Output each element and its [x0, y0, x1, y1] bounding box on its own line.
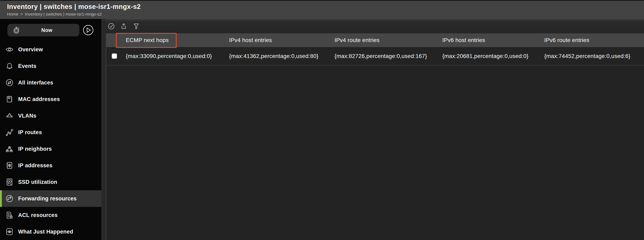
sidebar-item-acl-resources[interactable]: ACL resources [0, 207, 101, 223]
time-range-now-button[interactable]: Now [8, 24, 79, 36]
content-area: ECMP next hops IPv4 host entries IPv4 ro… [106, 19, 644, 240]
forward-circle-icon [6, 194, 14, 203]
select-cell [106, 53, 126, 59]
sidebar-item-label: Forwarding resources [18, 195, 77, 202]
time-range-label: Now [20, 27, 73, 33]
sidebar-item-label: VLANs [18, 113, 36, 119]
cell-ipv6-host-entries: {max:20681,percentage:0,used:0} [442, 53, 544, 59]
sidebar-item-label: ACL resources [18, 212, 58, 218]
sidebar-item-ip-addresses[interactable]: IP addresses [0, 157, 101, 174]
sidebar-item-label: IP neighbors [18, 146, 52, 152]
cell-ipv4-route-entries: {max:82726,percentage:0,used:167} [334, 53, 442, 59]
sidebar-item-label: MAC addresses [18, 96, 60, 102]
hard-disk-icon [6, 178, 14, 186]
sidebar-item-label: All interfaces [18, 80, 53, 86]
sidebar-item-label: SSD utilization [18, 179, 57, 185]
route-graph-icon [6, 128, 14, 136]
table-row: {max:33090,percentage:0,used:0} {max:413… [106, 47, 644, 66]
sidebar-item-label: Overview [18, 47, 43, 53]
cell-ipv6-route-entries: {max:74452,percentage:0,used:6} [544, 53, 644, 59]
column-header-ipv4-route-entries[interactable]: IPv4 route entries [334, 37, 442, 44]
column-header-ipv6-host-entries[interactable]: IPv6 host entries [442, 37, 544, 44]
table-toolbar [106, 19, 644, 33]
breadcrumb-current: Inventory | switches | mose-isr1-mngx-s2 [25, 12, 102, 17]
address-book-icon [6, 161, 14, 169]
sidebar-nav: Overview Events [0, 41, 101, 240]
notebook-icon [6, 95, 14, 103]
sidebar-item-mac-addresses[interactable]: MAC addresses [0, 91, 101, 107]
sidebar-item-overview[interactable]: Overview [0, 41, 101, 58]
page-title: Inventory | switches | mose-isr1-mngx-s2 [7, 3, 644, 11]
column-header-ecmp-next-hops[interactable]: ECMP next hops [126, 37, 229, 44]
breadcrumb-home[interactable]: Home [7, 12, 18, 17]
filter-icon[interactable] [133, 23, 140, 30]
houses-icon [6, 145, 14, 153]
stopwatch-icon [13, 26, 20, 34]
sidebar-content-gutter [101, 19, 106, 240]
cell-ipv4-host-entries: {max:41362,percentage:0,used:80} [229, 53, 334, 59]
sidebar-item-ssd-utilization[interactable]: SSD utilization [0, 174, 101, 190]
wjh-eye-icon [6, 228, 14, 236]
play-button[interactable] [83, 25, 94, 36]
sidebar: Now Overview [0, 19, 101, 240]
app-header: Inventory | switches | mose-isr1-mngx-s2… [0, 0, 644, 19]
column-header-ipv4-host-entries[interactable]: IPv4 host entries [229, 37, 334, 44]
check-circle-icon[interactable] [108, 23, 115, 30]
sidebar-item-events[interactable]: Events [0, 58, 101, 74]
sidebar-item-vlans[interactable]: VLANs [0, 107, 101, 124]
cell-ecmp-next-hops: {max:33090,percentage:0,used:0} [126, 53, 229, 59]
time-controls: Now [0, 19, 101, 41]
row-checkbox[interactable] [112, 53, 117, 59]
sidebar-item-ip-routes[interactable]: IP routes [0, 124, 101, 141]
table-header-row: ECMP next hops IPv4 host entries IPv4 ro… [106, 33, 644, 47]
bell-icon [6, 62, 14, 70]
sidebar-item-forwarding-resources[interactable]: Forwarding resources [0, 190, 101, 207]
breadcrumb: Home > Inventory | switches | mose-isr1-… [7, 12, 644, 17]
sidebar-item-what-just-happened[interactable]: What Just Happened [0, 223, 101, 240]
sidebar-item-label: IP addresses [18, 162, 52, 169]
play-icon [87, 28, 90, 32]
sidebar-item-label: Events [18, 63, 36, 69]
column-header-ipv6-route-entries[interactable]: IPv6 route entries [544, 37, 644, 44]
interfaces-icon [6, 79, 14, 87]
breadcrumb-separator: > [20, 12, 23, 17]
vlan-switch-icon [6, 112, 14, 120]
eye-icon [6, 46, 14, 54]
sidebar-item-label: IP routes [18, 129, 42, 136]
document-lock-icon [6, 211, 14, 219]
sidebar-item-label: What Just Happened [18, 229, 73, 235]
sidebar-item-all-interfaces[interactable]: All interfaces [0, 74, 101, 91]
export-icon[interactable] [120, 23, 127, 30]
sidebar-item-ip-neighbors[interactable]: IP neighbors [0, 141, 101, 157]
main-area: Now Overview [0, 19, 644, 240]
